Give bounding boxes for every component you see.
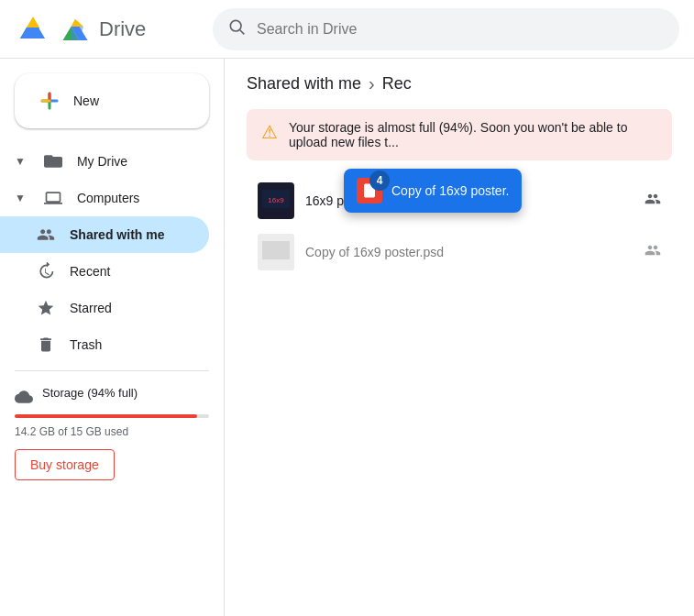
- file-name: Copy of 16x9 poster.psd: [305, 245, 633, 259]
- sidebar-item-recent-label: Recent: [70, 264, 110, 279]
- logo-text: Drive: [99, 17, 146, 41]
- new-button-label: New: [73, 94, 99, 108]
- sidebar-item-computers[interactable]: ▼ Computers: [0, 180, 209, 216]
- shared-icon: [644, 242, 661, 262]
- storage-label: Storage (94% full): [42, 386, 138, 400]
- header: Drive: [0, 0, 694, 59]
- storage-bar-fill: [15, 414, 197, 418]
- search-icon: [227, 17, 246, 40]
- folder-icon: [44, 152, 62, 170]
- sidebar-item-shared-with-me[interactable]: Shared with me: [0, 216, 209, 253]
- file-thumbnail: [258, 234, 294, 270]
- sidebar-item-trash[interactable]: Trash: [0, 326, 209, 363]
- plus-icon: [37, 88, 62, 114]
- breadcrumb: Shared with me › Rec: [225, 59, 694, 102]
- drag-badge: 4: [369, 170, 390, 191]
- shared-icon: [644, 191, 661, 211]
- storage-warning-banner: ⚠ Your storage is almost full (94%). Soo…: [247, 109, 672, 160]
- drive-logo-icon: [59, 13, 92, 46]
- sidebar-item-starred[interactable]: Starred: [0, 290, 209, 326]
- cloud-icon: [15, 388, 33, 406]
- search-bar[interactable]: [213, 8, 679, 50]
- file-thumb-icon: [258, 234, 294, 270]
- star-icon: [37, 299, 55, 317]
- warning-icon: ⚠: [261, 121, 278, 143]
- svg-text:16x9: 16x9: [268, 196, 284, 204]
- svg-line-2: [240, 30, 245, 35]
- file-thumb-icon: 16x9: [258, 182, 294, 219]
- computer-icon: [44, 189, 62, 207]
- storage-section: Storage (94% full) 14.2 GB of 15 GB used…: [0, 379, 224, 488]
- sidebar-divider: [15, 370, 209, 371]
- trash-icon: [37, 336, 55, 354]
- storage-warning-text: Your storage is almost full (94%). Soon …: [289, 120, 657, 149]
- drag-tooltip-label: Copy of 16x9 poster.: [391, 183, 509, 198]
- layout: New ▼ My Drive ▼ Computers Shared with m…: [0, 59, 694, 616]
- expand-icon: ▼: [15, 192, 26, 204]
- clock-icon: [37, 262, 55, 280]
- storage-used-text: 14.2 GB of 15 GB used: [15, 425, 209, 438]
- svg-rect-12: [262, 241, 290, 259]
- sidebar: New ▼ My Drive ▼ Computers Shared with m…: [0, 59, 225, 616]
- breadcrumb-part-2: Rec: [382, 74, 412, 94]
- sidebar-item-my-drive-label: My Drive: [77, 154, 127, 169]
- drive-logo-icon: [15, 11, 51, 48]
- sidebar-item-computers-label: Computers: [77, 191, 139, 205]
- sidebar-item-my-drive[interactable]: ▼ My Drive: [0, 143, 209, 180]
- main-content: Shared with me › Rec ⚠ Your storage is a…: [225, 59, 694, 616]
- table-row[interactable]: Copy of 16x9 poster.psd: [247, 226, 672, 278]
- search-input[interactable]: [257, 21, 665, 38]
- sidebar-item-shared-with-me-label: Shared with me: [70, 227, 164, 242]
- storage-bar: [15, 414, 209, 418]
- sidebar-item-trash-label: Trash: [70, 337, 102, 352]
- svg-point-1: [230, 20, 241, 31]
- expand-icon: ▼: [15, 155, 26, 168]
- new-button[interactable]: New: [15, 73, 209, 128]
- people-icon: [37, 226, 55, 244]
- breadcrumb-part-1: Shared with me: [247, 74, 361, 94]
- sidebar-item-recent[interactable]: Recent: [0, 253, 209, 290]
- breadcrumb-separator: ›: [369, 73, 375, 94]
- file-thumbnail: 16x9: [258, 182, 294, 219]
- logo-area: Drive: [15, 11, 198, 48]
- sidebar-item-starred-label: Starred: [70, 301, 112, 315]
- drag-tooltip: 4 Copy of 16x9 poster.: [344, 169, 522, 213]
- buy-storage-button[interactable]: Buy storage: [15, 449, 115, 480]
